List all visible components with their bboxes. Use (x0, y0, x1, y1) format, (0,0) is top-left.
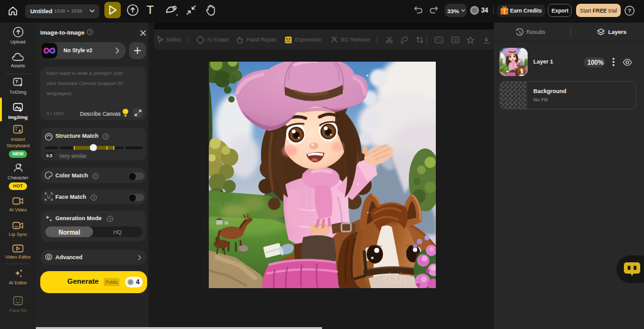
svg-text:dzine: dzine (383, 270, 420, 286)
svg-text:?: ? (628, 7, 631, 14)
svg-text:3D: 3D (453, 38, 458, 42)
